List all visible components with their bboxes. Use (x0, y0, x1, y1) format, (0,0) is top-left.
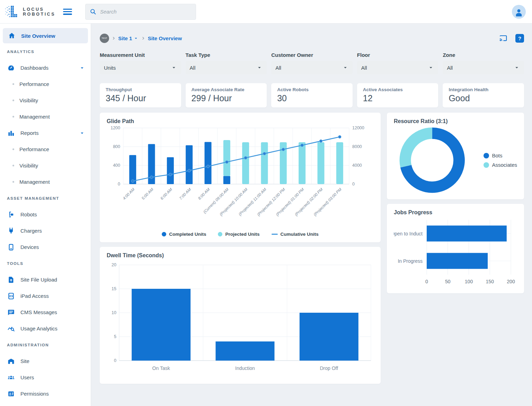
svg-text:4000: 4000 (352, 163, 362, 168)
glide-path-chart: 00400400080080001200120004:00 AM5:00 AM6… (107, 124, 374, 230)
svg-text:150: 150 (486, 279, 494, 284)
sidebar-subitem-reports-management[interactable]: Management (0, 174, 91, 190)
sidebar-item-site[interactable]: Site (0, 353, 91, 369)
sidebar-item-reports[interactable]: Reports (0, 125, 91, 141)
sidebar-subitem-label: Performance (19, 81, 49, 87)
filter-selected-value: All (447, 65, 453, 71)
sidebar-item-label: Robots (20, 211, 37, 217)
svg-text:8:00 AM: 8:00 AM (197, 187, 211, 201)
user-avatar[interactable] (512, 5, 526, 19)
sidebar-item-label: Usage Analytics (20, 326, 57, 331)
filter-select-task-type[interactable]: All (186, 61, 267, 74)
sidebar-section-title: ADMINISTRATION (0, 337, 91, 353)
filter-label: Task Type (186, 52, 267, 58)
sidebar-item-label: Site Overview (21, 33, 55, 39)
kpi-value: 30 (277, 93, 347, 103)
caret-down-icon (428, 64, 434, 71)
filter-label: Floor (357, 52, 438, 58)
users-icon (7, 373, 15, 382)
sidebar-subitem-reports-performance[interactable]: Performance (0, 141, 91, 157)
svg-text:400: 400 (113, 163, 120, 168)
legend-label: Projected Units (225, 232, 259, 237)
sidebar-subitem-label: Visibility (19, 97, 38, 103)
filter-label: Measurement Unit (100, 52, 181, 58)
sidebar-item-site-file-upload[interactable]: Site File Upload (0, 271, 91, 288)
dwell-time-card: Dwell Time (Seconds) 05101520On TaskIndu… (100, 247, 381, 384)
sidebar-item-users[interactable]: Users (0, 369, 91, 386)
svg-text:0: 0 (114, 358, 116, 363)
legend-label: Completed Units (169, 232, 206, 237)
filter-select-floor[interactable]: All (357, 61, 438, 74)
legend-item-cumulative-units[interactable]: Cumulative Units (272, 232, 319, 237)
breadcrumb-site-dropdown[interactable]: Site 1 (118, 35, 139, 41)
sidebar-item-site-overview[interactable]: Site Overview (3, 28, 88, 43)
breadcrumb: TEST › Site 1 › Site Overview (100, 33, 524, 43)
legend-item-projected-units[interactable]: Projected Units (218, 232, 259, 237)
sidebar-item-devices[interactable]: Devices (0, 239, 91, 255)
filter-zone: ZoneAll (443, 52, 524, 74)
sidebar-item-dashboards[interactable]: Dashboards (0, 60, 91, 76)
caret-down-icon (256, 64, 263, 71)
permissions-icon (7, 390, 15, 398)
topbar: LOCUS ROBOTICS (0, 0, 532, 24)
sidebar-item-cms-messages[interactable]: CMS Messages (0, 304, 91, 320)
sidebar-subitem-dashboards-performance[interactable]: Performance (0, 76, 91, 92)
search-input[interactable] (100, 9, 192, 15)
breadcrumb-page[interactable]: Site Overview (148, 35, 182, 41)
locus-robotics-logo[interactable]: LOCUS ROBOTICS (4, 4, 55, 20)
filter-select-customer-owner[interactable]: All (271, 61, 353, 74)
legend-item-bots[interactable]: Bots (484, 153, 517, 158)
sidebar-item-usage-analytics[interactable]: Usage Analytics (0, 320, 91, 337)
legend-label: Cumulative Units (281, 232, 319, 237)
sidebar-section-title: ANALYTICS (0, 43, 91, 60)
filter-selected-value: All (275, 65, 281, 71)
locus-logo-icon (4, 4, 20, 20)
legend-item-associates[interactable]: Associates (484, 162, 517, 168)
sidebar-subitem-label: Visibility (19, 163, 38, 169)
legend-dot-swatch (484, 153, 489, 158)
sidebar-section-title: ASSET MANAGEMENT (0, 190, 91, 206)
usage-analytics-icon (7, 325, 15, 333)
device-icon (7, 243, 15, 251)
sidebar-item-label: Chargers (20, 228, 42, 234)
sidebar-subitem-reports-visibility[interactable]: Visibility (0, 157, 91, 174)
sidebar-subitem-dashboards-management[interactable]: Management (0, 109, 91, 125)
filter-select-measurement-unit[interactable]: Units (100, 61, 181, 74)
filter-task-type: Task TypeAll (186, 52, 267, 74)
filter-customer-owner: Customer OwnerAll (271, 52, 353, 74)
kpi-card-throughput: Throughput345 / Hour (100, 83, 181, 107)
sidebar-subitem-dashboards-visibility[interactable]: Visibility (0, 92, 91, 109)
legend-dot-swatch (484, 162, 489, 168)
sidebar-item-label: CMS Messages (20, 309, 57, 315)
resource-ratio-legend: BotsAssociates (484, 153, 517, 168)
sidebar-item-robots[interactable]: Robots (0, 206, 91, 223)
kpi-label: Throughput (106, 87, 175, 92)
cast-screen-button[interactable] (499, 34, 508, 43)
svg-text:200: 200 (507, 279, 515, 284)
sidebar-item-ipad-access[interactable]: iPad Access (0, 288, 91, 304)
menu-toggle-button[interactable] (63, 8, 73, 16)
chevron-up-icon[interactable] (79, 65, 85, 71)
filter-selected-value: All (361, 65, 367, 71)
kpi-label: Active Associates (363, 87, 433, 92)
sidebar-section-title: TOOLS (0, 255, 91, 271)
legend-item-completed-units[interactable]: Completed Units (162, 232, 206, 237)
glide-path-legend: Completed UnitsProjected UnitsCumulative… (107, 232, 374, 237)
gauge-icon (7, 64, 15, 72)
ipad-icon (7, 292, 15, 300)
svg-text:800: 800 (113, 144, 120, 149)
filter-select-zone[interactable]: All (443, 61, 524, 74)
robot-icon (7, 210, 15, 219)
chevron-up-icon[interactable] (79, 130, 85, 136)
sidebar-item-permissions[interactable]: Permissions (0, 386, 91, 402)
main-content: TEST › Site 1 › Site Overview (91, 24, 532, 406)
bar-chart-icon (7, 129, 15, 137)
bullet-icon (12, 83, 14, 85)
legend-dot-swatch (162, 232, 166, 236)
sidebar-item-label: Dashboards (20, 65, 48, 71)
jobs-progress-chart: 050100150200Open to InductIn Progress (394, 217, 517, 288)
sidebar-item-chargers[interactable]: Chargers (0, 223, 91, 239)
help-button[interactable]: ? (515, 34, 524, 43)
kpi-label: Average Associate Rate (192, 87, 261, 92)
search-box[interactable] (85, 4, 196, 20)
